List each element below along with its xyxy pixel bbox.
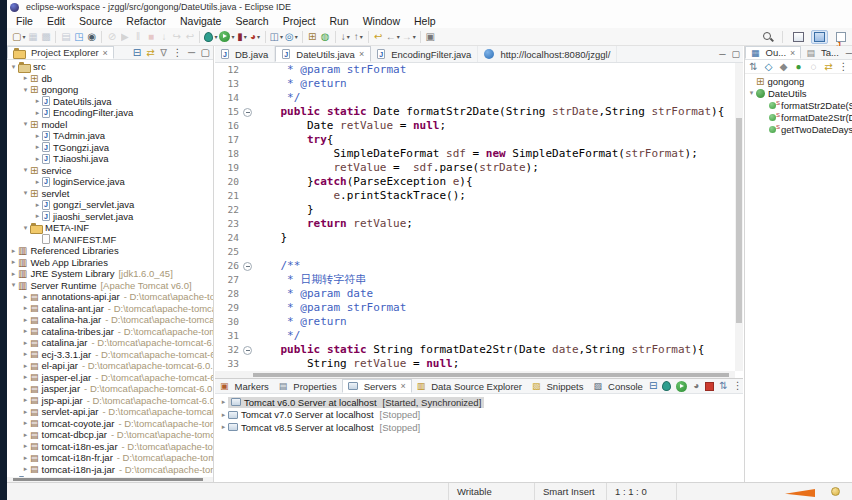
server-row[interactable]: ▸Tomcat v6.0 Server at localhost[Started… [215,396,743,409]
expand-expander-icon[interactable]: ▸ [33,109,42,117]
internal-browser-icon[interactable]: ◎▾ [284,30,299,44]
tree-item[interactable]: MANIFEST.MF [7,234,213,246]
code-line[interactable]: 25 [215,245,735,259]
resume-icon[interactable]: ▶ [118,30,131,44]
hide-non-public-icon[interactable]: ● [792,60,805,74]
collapse-expander-icon[interactable]: ▾ [21,86,30,94]
close-icon[interactable]: × [359,49,364,59]
code-editor[interactable]: 12 * @param strFormat13 * @return14 */15… [215,63,735,371]
minimize-icon[interactable]: ─ [844,46,852,60]
link-with-editor-icon[interactable]: ⇄ [822,60,835,74]
menu-file[interactable]: File [9,15,40,27]
back-icon[interactable]: ←▾ [385,30,401,44]
tree-item[interactable]: ▸tomcat-i18n-es.jar- D:\tomcat\apache-to… [7,441,213,453]
save-icon[interactable]: ▦ [26,30,39,44]
publish-server-icon[interactable]: ⇅ [718,379,728,393]
maximize-icon[interactable]: ▢ [200,46,211,60]
open-perspective-button[interactable] [790,30,807,44]
expand-expander-icon[interactable]: ▸ [21,408,30,416]
tree-item[interactable]: ▸catalina-ant.jar- D:\tomcat\apache-tomc… [7,303,213,315]
tab-http-localhost-8080-jzggl-[interactable]: http://localhost:8080/jzggl/ [478,46,617,62]
tree-item[interactable]: ▾Server Runtime[Apache Tomcat v6.0] [7,280,213,292]
code-line[interactable]: 26 /** [215,259,735,273]
tree-item[interactable]: ▸catalina-ha.jar- D:\tomcat\apache-tomca… [7,314,213,326]
prev-annotation-icon[interactable]: ↑▾ [352,30,365,44]
view-menu-icon[interactable]: ⋮ [172,46,184,60]
hide-local-types-icon[interactable]: ◌ [807,60,820,74]
expand-expander-icon[interactable]: ▸ [21,339,30,347]
code-line[interactable]: 29 * @param strFormat [215,301,735,315]
tree-item[interactable]: ▸jiaoshi_servlet.java [7,211,213,223]
expand-expander-icon[interactable]: ▸ [219,411,228,419]
collapse-all-icon[interactable]: ⊟ [648,379,658,393]
tree-item[interactable]: ▸servlet-api.jar- D:\tomcat\apache-tomca… [7,406,213,418]
step-into-icon[interactable]: ↓ [157,30,170,44]
expand-expander-icon[interactable]: ▸ [33,178,42,186]
fold-collapse-icon[interactable] [241,105,254,119]
expand-expander-icon[interactable]: ▸ [21,419,30,427]
quick-access-search-icon[interactable] [761,30,775,44]
code-line[interactable]: 30 * @return [215,315,735,329]
code-line[interactable]: 24 } [215,231,735,245]
debug-server-icon[interactable] [661,379,672,393]
expand-expander-icon[interactable]: ▸ [219,398,228,406]
tree-item[interactable]: ▸TGongzi.java [7,142,213,154]
expand-expander-icon[interactable]: ▸ [21,431,30,439]
expand-expander-icon[interactable]: ▸ [33,212,42,220]
vscrollbar-thumb[interactable] [736,118,742,323]
tree-item[interactable]: ▸TAdmin.java [7,130,213,142]
code-line[interactable]: 32 public static String formatDate2Str(D… [215,343,735,357]
link-with-editor-icon[interactable]: ⇄ [145,46,155,60]
minimize-icon[interactable]: ─ [717,47,727,61]
expand-expander-icon[interactable]: ▸ [21,442,30,450]
collapse-expander-icon[interactable]: ▾ [9,281,18,289]
fold-collapse-icon[interactable] [241,259,254,273]
tree-item[interactable]: SgetTwoDateDays(Da [745,123,852,135]
code-line[interactable]: 21 e.printStackTrace(); [215,189,735,203]
run-icon[interactable]: ▾ [218,30,235,44]
tree-item[interactable]: ▸jsp-api.jar- D:\tomcat\apache-tomcat-6.… [7,395,213,407]
hide-static-members-icon[interactable]: ◆ [777,60,790,74]
tree-item[interactable]: gongong [745,75,852,87]
expand-expander-icon[interactable]: ▸ [33,155,42,163]
tree-item[interactable]: ▸EncodingFilter.java [7,107,213,119]
tree-item[interactable]: ▸tomcat-i18n-fr.jar- D:\tomcat\apache-to… [7,452,213,464]
tree-item[interactable]: ▸catalina-tribes.jar- D:\tomcat\apache-t… [7,326,213,338]
maximize-icon[interactable]: ▢ [730,47,741,61]
debug-icon[interactable]: ▾ [203,30,218,44]
server-row[interactable]: ▸Tomcat v8.5 Server at localhost[Stopped… [215,421,743,434]
expand-expander-icon[interactable]: ▸ [21,293,30,301]
menu-source[interactable]: Source [72,15,119,27]
view-menu-icon[interactable]: ⋮ [732,379,744,393]
expand-expander-icon[interactable]: ▸ [33,132,42,140]
tree-item[interactable]: ▸db [7,73,213,85]
tab-servers[interactable]: Servers× [342,379,412,393]
pin-editor-icon[interactable]: ▣ [424,30,437,44]
next-annotation-icon[interactable]: ↓▾ [339,30,352,44]
profile-server-icon[interactable]: ◕ [691,379,701,393]
menu-search[interactable]: Search [228,15,275,27]
code-line[interactable]: 17 try{ [215,133,735,147]
skip-breakpoints-icon[interactable]: ⊘ [105,30,118,44]
expand-expander-icon[interactable]: ▸ [21,362,30,370]
view-menu-icon[interactable]: ⋮ [837,60,850,74]
tree-item[interactable]: ▸Referenced Libraries [7,245,213,257]
expand-expander-icon[interactable]: ▸ [21,373,30,381]
tab-project-explorer[interactable]: Project Explorer × [7,46,114,59]
close-icon[interactable]: × [400,381,405,391]
expand-expander-icon[interactable]: ▸ [21,454,30,462]
suspend-icon[interactable]: ‖ [131,30,144,44]
expand-expander-icon[interactable]: ▸ [21,327,30,335]
collapse-expander-icon[interactable]: ▾ [21,120,30,128]
expand-expander-icon[interactable]: ▸ [21,304,30,312]
tab-db-java[interactable]: DB.java [215,46,275,62]
tree-item[interactable]: ▸tomcat-dbcp.jar- D:\tomcat\apache-tomca… [7,429,213,441]
new-web-project-icon[interactable]: ◫▾ [269,30,284,44]
hscrollbar-thumb[interactable] [253,373,729,377]
code-line[interactable]: 23 return retValue; [215,217,735,231]
tree-item[interactable]: ▸loginService.java [7,176,213,188]
tree-item[interactable]: ▾servlet [7,188,213,200]
tree-item[interactable]: ▾DateUtils [745,87,852,99]
last-edit-location-icon[interactable]: ↩ [372,30,385,44]
tree-item[interactable]: ▸Web App Libraries [7,257,213,269]
